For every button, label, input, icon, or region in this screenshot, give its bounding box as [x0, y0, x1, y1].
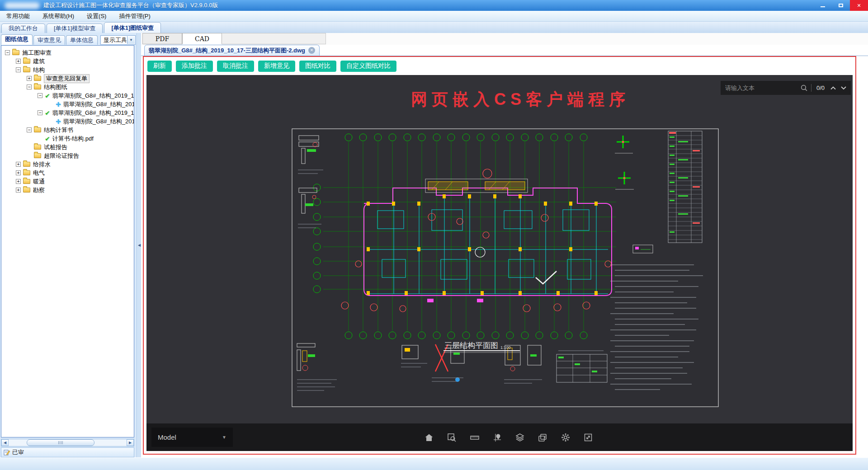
- tree-item-calc-pdf[interactable]: ✔ 计算书-结构.pdf: [1, 134, 134, 143]
- tree-item-label: 翡翠湖别院_G8#_结构_2019_10_17: [52, 92, 134, 100]
- collapse-icon[interactable]: −: [38, 110, 42, 115]
- search-match-counter: 0/0: [815, 85, 826, 91]
- search-input[interactable]: [724, 84, 797, 92]
- tree-item-dwg-child[interactable]: ✚ 翡翠湖别院_G8#_结构_2019_10_1: [1, 117, 134, 126]
- menu-common[interactable]: 常用功能: [0, 11, 36, 21]
- tab-pdf[interactable]: PDF: [142, 33, 182, 44]
- tab-unit-info[interactable]: 单体信息: [66, 35, 98, 45]
- collapse-icon[interactable]: −: [27, 85, 32, 89]
- file-tab-close-icon[interactable]: ✕: [308, 47, 315, 54]
- tree-item-label: 结构计算书: [44, 126, 73, 134]
- zoom-window-icon: [446, 432, 457, 443]
- plus-icon: ✚: [56, 118, 61, 125]
- file-tab-row: 翡翠湖别院_G8#_结构_2019_10_17-三层结构平面图-2.dwg ✕: [141, 45, 868, 56]
- scroll-left-arrow-icon[interactable]: ◀: [1, 439, 9, 446]
- search-next-button[interactable]: [840, 85, 847, 91]
- scrollbar-track[interactable]: [9, 439, 127, 446]
- tree-item-review-root[interactable]: − 施工图审查: [1, 48, 134, 57]
- custom-compare-button[interactable]: 自定义图纸对比: [340, 61, 396, 72]
- tab-my-workbench[interactable]: 我的工作台: [1, 24, 45, 33]
- tree-item-reply-form[interactable]: + 审查意见回复单: [1, 74, 134, 83]
- collapse-icon[interactable]: −: [16, 67, 21, 72]
- expand-icon[interactable]: +: [16, 59, 21, 64]
- window-status-strip: [0, 457, 868, 470]
- tree-item-dwg-child[interactable]: ✚ 翡翠湖别院_G8#_结构_2019_10_1: [1, 100, 134, 108]
- menu-bar: 常用功能 系统帮助(H) 设置(S) 插件管理(P): [0, 11, 868, 22]
- tree-item-survey[interactable]: + 勘察: [1, 186, 134, 194]
- settings-button[interactable]: [560, 432, 571, 443]
- title-bar: 建设工程设计施工图一体化审查服务平台（审查专家版）V2.9.0.0版 ✕: [0, 0, 868, 11]
- model-space-dropdown[interactable]: Model ▼: [151, 428, 233, 447]
- new-opinion-button[interactable]: 新增意见: [258, 61, 295, 72]
- add-annotation-button[interactable]: 添加批注: [176, 61, 213, 72]
- toolbar-visibility-combo[interactable]: 显示工具条 ▼: [100, 35, 136, 45]
- file-tab[interactable]: 翡翠湖别院_G8#_结构_2019_10_17-三层结构平面图-2.dwg ✕: [144, 45, 320, 56]
- tree-item-dwg-file[interactable]: − ✔ 翡翠湖别院_G8#_结构_2019_10_17: [1, 91, 134, 100]
- tree-item-label: 超限论证报告: [44, 152, 79, 160]
- drawing-scale: 1:100: [500, 345, 511, 350]
- viewer-mode-tabs: PDF CAD: [141, 33, 868, 45]
- tree-item-structure-drawings[interactable]: − 结构图纸: [1, 83, 134, 91]
- tab-model-review[interactable]: [单体1]模型审查: [47, 24, 103, 33]
- tree-item-calc-book[interactable]: − 结构计算书: [1, 126, 134, 134]
- tab-drawing-review[interactable]: [单体1]图纸审查: [104, 22, 161, 33]
- folder-icon: [12, 50, 19, 55]
- tree-item-pile-report[interactable]: 试桩报告: [1, 143, 134, 151]
- tree-item-label: 翡翠湖别院_G8#_结构_2019_10_1: [63, 100, 134, 108]
- cancel-annotation-button[interactable]: 取消批注: [217, 61, 254, 72]
- cad-canvas[interactable]: 网页嵌入CS客户端程序 0/0: [146, 75, 853, 451]
- tree-item-limit-report[interactable]: 超限论证报告: [1, 151, 134, 160]
- tree-item-structure[interactable]: − 结构: [1, 66, 134, 74]
- tab-drawing-info[interactable]: 图纸信息: [1, 34, 33, 45]
- expand-icon[interactable]: +: [16, 188, 21, 193]
- home-view-button[interactable]: [423, 432, 435, 443]
- maximize-button[interactable]: [832, 0, 850, 11]
- ruler-icon: [469, 432, 480, 443]
- collapse-icon[interactable]: −: [5, 50, 10, 55]
- check-icon: ✔: [45, 92, 50, 99]
- tree-item-dwg-file[interactable]: − ✔ 翡翠湖别院_G8#_结构_2019_10_17: [1, 108, 134, 117]
- menu-settings[interactable]: 设置(S): [80, 11, 113, 21]
- scrollbar-thumb[interactable]: [27, 439, 94, 446]
- search-icon[interactable]: [800, 84, 808, 92]
- expand-icon[interactable]: +: [16, 170, 21, 175]
- location-pin-icon: [492, 432, 503, 443]
- maximize-icon: [839, 4, 843, 7]
- tab-review-opinion[interactable]: 审查意见: [33, 35, 65, 45]
- measure-button[interactable]: [469, 432, 481, 443]
- minimize-button[interactable]: [814, 0, 832, 11]
- splitter-arrow-icon[interactable]: ◀: [138, 243, 141, 247]
- tree-item-architecture[interactable]: + 建筑: [1, 57, 134, 66]
- layers-button[interactable]: [514, 432, 526, 443]
- sidebar-tabs: 图纸信息 审查意见 单体信息 显示工具条 ▼: [1, 34, 136, 45]
- tree-item-hvac[interactable]: + 暖通: [1, 177, 134, 186]
- menu-help[interactable]: 系统帮助(H): [36, 11, 80, 21]
- collapse-icon[interactable]: −: [38, 93, 42, 98]
- tree-item-electrical[interactable]: + 电气: [1, 169, 134, 177]
- tree-horizontal-scrollbar[interactable]: ◀ ▶: [1, 439, 134, 446]
- folder-icon: [34, 145, 41, 150]
- scroll-right-arrow-icon[interactable]: ▶: [127, 439, 134, 446]
- folder-icon: [23, 179, 30, 184]
- viewport-copy-button[interactable]: [537, 432, 548, 443]
- menu-plugins[interactable]: 插件管理(P): [113, 11, 156, 21]
- left-panel: 图纸信息 审查意见 单体信息 显示工具条 ▼ − 施工图审查 + 建筑 − 结构…: [0, 33, 137, 457]
- expand-icon[interactable]: +: [27, 76, 32, 81]
- zoom-window-button[interactable]: [446, 432, 458, 443]
- tree-item-label: 试桩报告: [44, 143, 67, 151]
- tab-cad[interactable]: CAD: [182, 33, 222, 44]
- combo-dropdown-button[interactable]: ▼: [127, 36, 135, 44]
- coordinate-pin-button[interactable]: [491, 432, 503, 443]
- drawing-compare-button[interactable]: 图纸对比: [299, 61, 336, 72]
- search-prev-button[interactable]: [830, 85, 837, 91]
- expand-icon[interactable]: +: [16, 179, 21, 184]
- expand-icon[interactable]: +: [16, 162, 21, 167]
- tree-item-plumbing[interactable]: + 给排水: [1, 160, 134, 169]
- panel-splitter[interactable]: ◀: [137, 33, 141, 457]
- review-status-row: 已审: [1, 447, 134, 457]
- drawing-title: 三层结构平面图: [444, 341, 498, 350]
- fullscreen-button[interactable]: [582, 432, 594, 443]
- close-button[interactable]: ✕: [850, 0, 868, 11]
- refresh-button[interactable]: 刷新: [147, 61, 172, 72]
- collapse-icon[interactable]: −: [27, 127, 32, 132]
